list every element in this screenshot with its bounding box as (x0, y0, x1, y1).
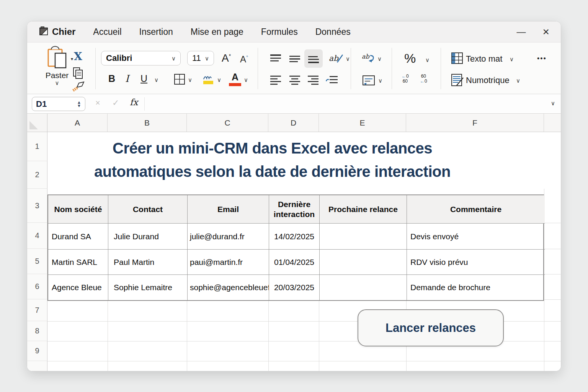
highlight-color-button[interactable] (201, 72, 215, 88)
formula-input[interactable] (147, 96, 545, 112)
align-middle-button[interactable] (288, 53, 301, 66)
merge-center-chevron-icon[interactable]: ∨ (378, 78, 382, 83)
row-header-7[interactable]: 7 (27, 299, 47, 321)
borders-button[interactable] (173, 73, 186, 87)
table-header-email[interactable]: Email (188, 195, 269, 224)
format-painter-button[interactable] (71, 82, 85, 93)
underline-chevron-icon[interactable]: ∨ (154, 77, 158, 83)
minimize-button[interactable]: — (516, 27, 526, 36)
row-header-9[interactable]: 9 (27, 341, 47, 361)
format-as-table-button[interactable]: Texto mat (466, 54, 502, 64)
table-header-derniere-interaction[interactable]: Dernière interaction (269, 195, 320, 224)
cell-societe[interactable]: Agence Bleue (48, 275, 108, 300)
wrap-text-button[interactable]: ab (361, 52, 376, 67)
col-header-a[interactable]: A (47, 114, 108, 132)
format-as-table-chevron-icon[interactable]: ∨ (510, 56, 514, 62)
col-header-b[interactable]: B (108, 114, 187, 132)
cell-commentaire[interactable]: Demande de brochure (407, 275, 545, 300)
enter-formula-icon[interactable]: ✓ (112, 98, 119, 108)
copy-button[interactable] (72, 67, 84, 81)
wrap-text-chevron-icon[interactable]: ∨ (377, 56, 382, 62)
cell-derniere-interaction[interactable]: 01/04/2025 (269, 250, 320, 275)
cell-derniere-interaction[interactable]: 14/02/2025 (269, 224, 320, 250)
name-box-spinner[interactable]: ▲ ▼ (77, 101, 81, 108)
table-header-contact[interactable]: Contact (108, 195, 188, 224)
table-header-commentaire[interactable]: Commentaire (407, 195, 545, 224)
cell-commentaire[interactable]: Devis envoyé (407, 224, 545, 250)
shrink-font-button[interactable]: A° (240, 54, 248, 65)
col-header-c[interactable]: C (187, 114, 268, 132)
align-bottom-button-selected[interactable] (304, 49, 323, 68)
cancel-formula-icon[interactable]: × (95, 98, 100, 108)
name-box[interactable]: D1 ▲ ▼ (32, 97, 85, 111)
merge-center-button[interactable] (362, 75, 376, 88)
menu-formules[interactable]: Formules (261, 27, 298, 37)
cell-contact[interactable]: Paul Martin (108, 250, 188, 275)
cell-societe[interactable]: Durand SA (48, 224, 108, 250)
align-top-button[interactable] (269, 53, 282, 66)
menu-accueil[interactable]: Accueil (93, 27, 121, 37)
percent-style-button[interactable]: % (404, 51, 416, 66)
increase-decimal-button[interactable]: ←0 60 (402, 74, 409, 84)
table-header-nom-societe[interactable]: Nom société (48, 195, 108, 224)
menu-donnees[interactable]: Données (315, 27, 351, 37)
row-header-3[interactable]: 3 (27, 189, 47, 223)
cell-prochaine-relance[interactable] (320, 275, 407, 300)
row-header-5[interactable]: 5 (27, 249, 47, 274)
borders-chevron-icon[interactable]: ∨ (188, 77, 192, 83)
row-header-1[interactable]: 1 (27, 132, 47, 161)
font-size-chevron-icon: ∨ (205, 56, 209, 61)
menu-mise-en-page[interactable]: Mise en page (191, 27, 243, 37)
cell-societe[interactable]: Martin SARL (48, 250, 108, 275)
col-header-d[interactable]: D (268, 114, 319, 132)
cell-email[interactable]: julie@durand.fr (188, 224, 269, 250)
col-header-e[interactable]: E (319, 114, 406, 132)
grow-font-button[interactable]: A* (222, 52, 231, 64)
col-header-f[interactable]: F (406, 114, 544, 132)
row-header-partial[interactable] (27, 361, 47, 371)
font-color-button[interactable]: A (229, 72, 241, 86)
row-header-4[interactable]: 4 (27, 223, 47, 249)
sheet-title-cell[interactable]: Créer un mini-CRM dans Excel avec relanc… (47, 137, 497, 183)
table-header-prochaine-relance[interactable]: Prochaine relance (320, 195, 407, 224)
cell-email[interactable]: paui@martin.fr (188, 250, 269, 275)
menu-insertion[interactable]: Insertion (139, 27, 173, 37)
font-size-select[interactable]: 11 ∨ (187, 51, 214, 65)
align-left-button[interactable] (269, 75, 282, 87)
lancer-relances-button[interactable]: Lancer relances (358, 309, 504, 346)
insert-function-button[interactable]: fx (130, 97, 138, 107)
cell-email[interactable]: sophie@agencebleuef (188, 275, 269, 300)
italic-button[interactable]: I (125, 73, 129, 84)
bold-button[interactable]: B (108, 73, 115, 84)
underline-button[interactable]: U (140, 73, 147, 84)
align-center-button[interactable] (288, 75, 301, 87)
ribbon-more-button[interactable]: ••• (537, 55, 547, 63)
cell-styles-button[interactable]: Numotrique (466, 75, 510, 85)
orientation-chevron-icon[interactable]: ∨ (346, 56, 350, 62)
cell-styles-chevron-icon[interactable]: ∨ (516, 78, 520, 83)
cell-prochaine-relance[interactable] (320, 250, 407, 275)
close-button[interactable]: × (542, 26, 549, 38)
paste-button[interactable]: ▾ Paster ∨ (42, 46, 72, 86)
highlight-color-chevron-icon[interactable]: ∨ (217, 77, 221, 83)
select-all-corner[interactable] (27, 114, 47, 132)
cell-derniere-interaction[interactable]: 20/03/2025 (269, 275, 320, 300)
cell-contact[interactable]: Sophie Lemaitre (108, 275, 188, 300)
cell-commentaire[interactable]: RDV visio prévu (407, 250, 545, 275)
row-header-8[interactable]: 8 (27, 321, 47, 341)
percent-chevron-icon[interactable]: ∨ (425, 57, 430, 63)
cell-prochaine-relance[interactable] (320, 224, 407, 250)
cell-contact[interactable]: Julie Durand (108, 224, 188, 250)
row-header-6[interactable]: 6 (27, 274, 47, 299)
font-name-select[interactable]: Calibri ∨ (101, 51, 181, 65)
font-color-chevron-icon[interactable]: ∨ (244, 77, 248, 83)
row-header-2[interactable]: 2 (27, 161, 47, 189)
cut-button[interactable]: X (74, 50, 82, 63)
col-header-partial[interactable] (544, 114, 561, 132)
formula-bar-expand-icon[interactable]: ∨ (551, 100, 555, 106)
align-right-button[interactable] (307, 75, 320, 87)
indent-button[interactable] (325, 75, 339, 87)
orientation-button[interactable]: ab (328, 52, 343, 67)
file-menu[interactable]: Chier (39, 26, 75, 38)
decrease-decimal-button[interactable]: 60 ←0 (420, 74, 427, 84)
